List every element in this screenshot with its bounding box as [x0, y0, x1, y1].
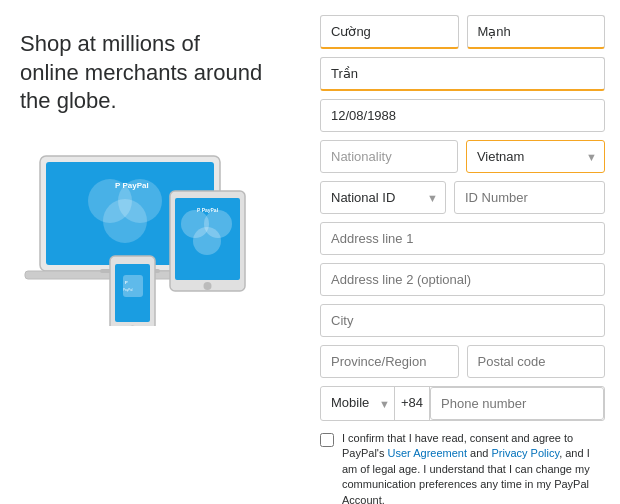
first-name-input[interactable]: [320, 15, 459, 49]
terms-label: I confirm that I have read, consent and …: [342, 431, 605, 504]
address1-row: [320, 222, 605, 255]
privacy-policy-link[interactable]: Privacy Policy: [491, 447, 559, 459]
nationality-select-wrapper: Vietnam United States United Kingdom Aus…: [466, 140, 605, 173]
phone-row: Mobile Home Work ▼ +84: [320, 386, 605, 421]
address1-input[interactable]: [320, 222, 605, 255]
user-agreement-link[interactable]: User Agreement: [388, 447, 467, 459]
city-input[interactable]: [320, 304, 605, 337]
city-row: [320, 304, 605, 337]
tagline: Shop at millions of online merchants aro…: [20, 30, 290, 116]
province-input[interactable]: [320, 345, 459, 378]
svg-text:P PayPal: P PayPal: [197, 207, 219, 213]
phone-number-input[interactable]: [430, 387, 604, 420]
id-type-wrapper: National ID Passport Driver License ▼: [320, 181, 446, 214]
last-name-input[interactable]: [467, 15, 606, 49]
nationality-label: Nationality: [320, 140, 458, 173]
dob-row: [320, 99, 605, 132]
svg-text:PayPal: PayPal: [123, 288, 133, 292]
name-row: [320, 15, 605, 49]
postal-field: [467, 345, 606, 378]
id-row: National ID Passport Driver License ▼: [320, 181, 605, 214]
id-number-field: [454, 181, 605, 214]
phone-country-code: +84: [395, 387, 430, 420]
svg-text:P: P: [125, 280, 128, 285]
postal-input[interactable]: [467, 345, 606, 378]
last-name-field: [467, 15, 606, 49]
province-postal-row: [320, 345, 605, 378]
svg-point-4: [103, 199, 147, 243]
id-type-select[interactable]: National ID Passport Driver License: [320, 181, 446, 214]
address2-row: [320, 263, 605, 296]
right-panel: Nationality Vietnam United States United…: [310, 0, 620, 504]
devices-illustration: P PayPal P PayPal P PayPal: [20, 136, 300, 336]
terms-checkbox-row: I confirm that I have read, consent and …: [320, 431, 605, 504]
left-panel: Shop at millions of online merchants aro…: [0, 0, 310, 504]
nationality-select[interactable]: Vietnam United States United Kingdom Aus…: [466, 140, 605, 173]
svg-point-14: [204, 282, 212, 290]
svg-text:P PayPal: P PayPal: [115, 181, 149, 190]
province-field: [320, 345, 459, 378]
mobile-type-select[interactable]: Mobile Home Work: [321, 387, 394, 418]
nationality-row: Nationality Vietnam United States United…: [320, 140, 605, 173]
first-name-field: [320, 15, 459, 49]
svg-rect-17: [123, 275, 143, 297]
mobile-type-wrapper: Mobile Home Work ▼: [321, 387, 395, 420]
dob-input[interactable]: [320, 99, 605, 132]
svg-point-12: [193, 227, 221, 255]
address2-input[interactable]: [320, 263, 605, 296]
middle-name-row: [320, 57, 605, 91]
id-number-input[interactable]: [454, 181, 605, 214]
terms-checkbox[interactable]: [320, 433, 334, 447]
middle-name-input[interactable]: [320, 57, 605, 91]
